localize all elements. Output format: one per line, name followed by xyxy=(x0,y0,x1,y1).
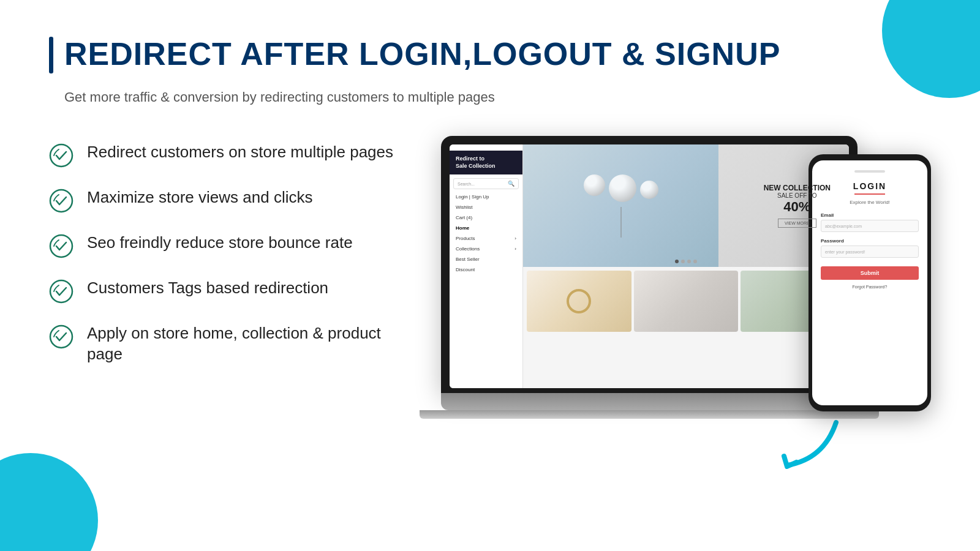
feature-text-3: Seo freindly reduce store bounce rate xyxy=(87,233,353,253)
device-area: Redirect toSale Collection Search... 🔍 L… xyxy=(441,136,931,454)
feature-item-2: Maximize store views and clicks xyxy=(49,187,404,213)
phone-password-label: Password xyxy=(821,238,844,244)
laptop-hero-dots xyxy=(675,260,697,263)
laptop-nav-products: Products › xyxy=(450,233,522,244)
hero-dot-3 xyxy=(687,260,691,263)
laptop-redirect-banner: Redirect toSale Collection xyxy=(450,151,522,174)
page-title: REDIRECT AFTER LOGIN,LOGOUT & SIGNUP xyxy=(64,37,780,73)
laptop-sidebar: Redirect toSale Collection Search... 🔍 L… xyxy=(450,144,523,388)
phone-notch xyxy=(854,170,885,173)
laptop-hero-percent: 40% xyxy=(764,199,831,215)
laptop-search[interactable]: Search... 🔍 xyxy=(453,178,519,189)
laptop-hero-text: NEW COLLECTION SALE OFF TO 40% VIEW MORE xyxy=(764,184,831,228)
title-wrapper: REDIRECT AFTER LOGIN,LOGOUT & SIGNUP xyxy=(49,37,931,73)
laptop-nav-bestseller: Best Seller xyxy=(450,254,522,264)
phone-forgot-password[interactable]: Forgot Password? xyxy=(853,285,888,289)
phone-submit-button[interactable]: Submit xyxy=(821,266,919,280)
two-col-layout: Redirect customers on store multiple pag… xyxy=(49,136,931,454)
laptop-main: NEW COLLECTION SALE OFF TO 40% VIEW MORE xyxy=(523,144,849,388)
laptop-nav-discount: Discount xyxy=(450,264,522,275)
laptop-view-more[interactable]: VIEW MORE xyxy=(778,219,816,228)
laptop-nav-home: Home xyxy=(450,223,522,233)
check-icon-3 xyxy=(49,234,74,258)
laptop-base xyxy=(441,393,858,410)
laptop-screen-outer: Redirect toSale Collection Search... 🔍 L… xyxy=(441,136,858,393)
laptop-foot xyxy=(420,410,879,419)
hero-dot-4 xyxy=(693,260,697,263)
laptop-mockup: Redirect toSale Collection Search... 🔍 L… xyxy=(441,136,858,424)
check-icon-1 xyxy=(49,143,74,168)
header-section: REDIRECT AFTER LOGIN,LOGOUT & SIGNUP Get… xyxy=(49,37,931,105)
check-icon-4 xyxy=(49,279,74,304)
feature-text-2: Maximize store views and clicks xyxy=(87,187,312,208)
phone-login-underline xyxy=(854,193,885,195)
main-content: REDIRECT AFTER LOGIN,LOGOUT & SIGNUP Get… xyxy=(0,0,980,551)
laptop-hero-new-collection: NEW COLLECTION xyxy=(764,184,831,192)
laptop-product-ring xyxy=(527,271,631,332)
feature-text-5: Apply on store home, collection & produc… xyxy=(87,323,404,365)
title-accent-bar xyxy=(49,37,53,73)
check-icon-2 xyxy=(49,189,74,213)
feature-item-1: Redirect customers on store multiple pag… xyxy=(49,142,404,168)
feature-text-1: Redirect customers on store multiple pag… xyxy=(87,142,393,163)
laptop-nav-cart: Cart (4) xyxy=(450,212,522,223)
hero-dot-1 xyxy=(675,260,679,263)
feature-item-3: Seo freindly reduce store bounce rate xyxy=(49,233,404,258)
laptop-nav-login: Login | Sign Up xyxy=(450,192,522,202)
laptop-product-necklace xyxy=(634,271,739,332)
laptop-hero-sale-off: SALE OFF TO xyxy=(764,192,831,199)
page-subtitle: Get more traffic & conversion by redirec… xyxy=(64,89,931,105)
phone-email-placeholder: abc@example.com xyxy=(825,224,862,228)
laptop-nav-wishlist: Wishlist xyxy=(450,202,522,212)
laptop-hero: NEW COLLECTION SALE OFF TO 40% VIEW MORE xyxy=(523,144,849,267)
phone-explore-text: Explore the World! xyxy=(850,200,890,205)
laptop-products-row xyxy=(523,267,849,335)
hero-dot-2 xyxy=(681,260,685,263)
phone-email-input[interactable]: abc@example.com xyxy=(821,220,919,232)
phone-password-input[interactable]: enter your password! xyxy=(821,246,919,258)
laptop-screen-inner: Redirect toSale Collection Search... 🔍 L… xyxy=(450,144,849,388)
check-icon-5 xyxy=(49,324,74,349)
feature-item-5: Apply on store home, collection & produc… xyxy=(49,323,404,365)
phone-password-placeholder: enter your password! xyxy=(825,250,865,254)
laptop-nav-collections: Collections › xyxy=(450,244,522,254)
feature-item-4: Customers Tags based redirection xyxy=(49,278,404,304)
feature-text-4: Customers Tags based redirection xyxy=(87,278,328,299)
phone-login-title: LOGIN xyxy=(853,181,886,191)
features-list: Redirect customers on store multiple pag… xyxy=(49,136,404,365)
laptop-hero-image xyxy=(523,144,718,267)
